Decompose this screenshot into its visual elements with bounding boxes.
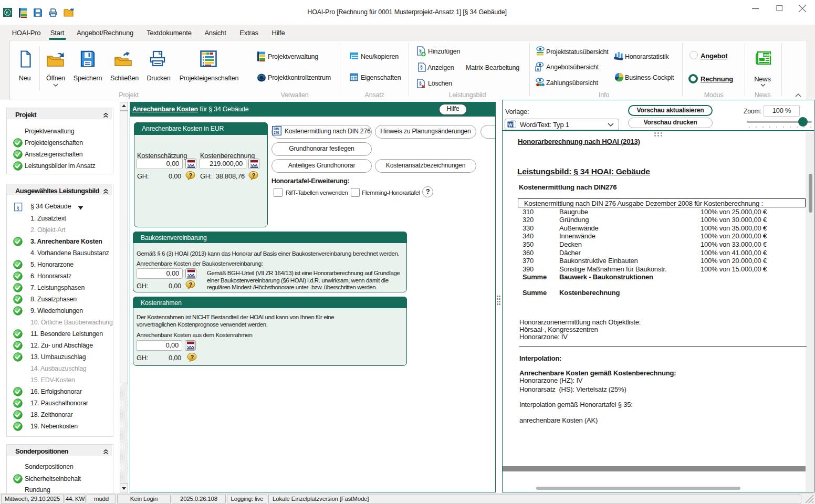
svg-text:§: § bbox=[16, 204, 19, 211]
svg-text:NEWS: NEWS bbox=[764, 54, 771, 57]
svg-text:?: ? bbox=[191, 354, 194, 360]
svg-text:W: W bbox=[508, 122, 513, 128]
svg-text:?: ? bbox=[189, 172, 193, 178]
svg-text:?: ? bbox=[252, 172, 256, 178]
svg-text:€: € bbox=[6, 10, 9, 15]
svg-text:A: A bbox=[537, 67, 540, 72]
svg-text:§: § bbox=[419, 48, 422, 54]
svg-text:?: ? bbox=[189, 281, 193, 288]
svg-text:276: 276 bbox=[274, 131, 279, 134]
svg-text:§: § bbox=[420, 64, 423, 70]
svg-text:DIN: DIN bbox=[274, 127, 279, 131]
svg-text:§: § bbox=[419, 80, 422, 86]
